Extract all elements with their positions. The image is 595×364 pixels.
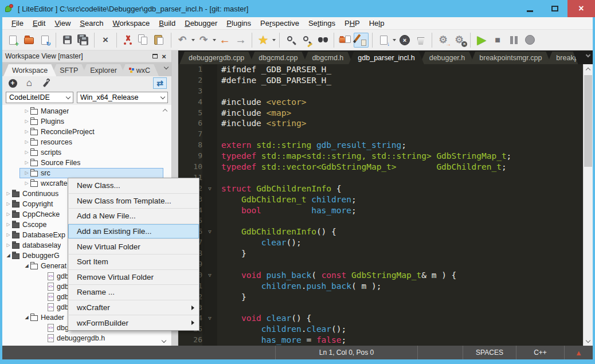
sidebar-tab-overflow-icon[interactable] [164, 65, 169, 69]
redo-dropdown-icon[interactable] [212, 33, 217, 48]
sidebar-tab-sftp[interactable]: SFTP [51, 64, 87, 76]
menu-workspace[interactable]: Workspace [108, 18, 155, 29]
context-menu-item-remove-virtual-folder[interactable]: Remove Virtual Folder [68, 270, 199, 285]
code-line[interactable]: 22 } [178, 292, 583, 303]
scroll-up-button[interactable] [584, 64, 593, 73]
download-icon[interactable]: ↓ [376, 33, 391, 48]
context-menu-item-add-an-existing-file[interactable]: Add an Existing File... [68, 224, 199, 239]
context-menu-item-wxcrafter[interactable]: wxCrafter [68, 300, 199, 315]
cut-icon[interactable] [120, 33, 135, 48]
context-menu-item-new-virtual-folder[interactable]: New Virtual Folder [68, 239, 199, 254]
code-line[interactable]: 19 [178, 259, 583, 270]
paste-icon[interactable] [152, 33, 167, 48]
editor-tab-breakpointsmgr-cpp[interactable]: breakpointsmgr.cpp [470, 52, 551, 64]
build-config-select[interactable]: Win_x64_Release [77, 92, 168, 103]
open-file-icon[interactable] [21, 33, 36, 48]
copy-icon[interactable] [136, 33, 151, 48]
tree-item-reconcileproject[interactable]: ▷ReconcileProject [2, 127, 171, 137]
menu-debugger[interactable]: Debugger [180, 18, 222, 29]
code-line[interactable]: 17 clear(); [178, 237, 583, 248]
tree-item-plugins[interactable]: ▷Plugins [2, 116, 171, 127]
code-line[interactable]: 25 children.clear(); [178, 324, 583, 335]
editor-tab-dbgcmd-h[interactable]: dbgcmd.h [303, 52, 353, 64]
save-all-icon[interactable] [76, 33, 91, 48]
code-line[interactable]: 11 [178, 173, 583, 183]
editor-tab-breakp[interactable]: breakp [547, 52, 578, 64]
context-menu-item-wxformbuilder[interactable]: wxFormBuilder [68, 315, 199, 330]
link-editor-icon[interactable]: ⇄ [153, 77, 167, 89]
tree-expand-collapsed-icon[interactable]: ▷ [23, 168, 30, 178]
menu-settings[interactable]: Settings [304, 18, 340, 29]
code-line[interactable]: 15 [178, 216, 583, 226]
code-line[interactable]: 6#include <string> [178, 118, 583, 129]
tree-item-debuggergdb-h[interactable]: <>debuggergdb.h [2, 333, 171, 343]
code-line[interactable]: 10typedef std::vector<GdbStringMap_t> Gd… [178, 162, 583, 173]
download-dropdown-icon[interactable] [392, 33, 397, 48]
redo-icon[interactable]: ↷ [196, 33, 211, 48]
editor-scrollbar[interactable] [583, 64, 593, 346]
scrollbar-thumb[interactable] [584, 75, 592, 167]
tree-expand-collapsed-icon[interactable]: ▷ [5, 199, 12, 209]
build-icon[interactable]: ⚙→ [436, 33, 451, 48]
code-line[interactable]: 23 [178, 303, 583, 314]
code-line[interactable]: 16▽ GdbChildrenInfo() { [178, 226, 583, 237]
context-menu-item-add-a-new-file[interactable]: Add a New File... [68, 209, 199, 224]
find-icon[interactable] [283, 33, 298, 48]
new-item-icon[interactable]: + [7, 77, 18, 89]
find-replace-icon[interactable] [299, 33, 314, 48]
new-file-icon[interactable]: + [5, 33, 20, 48]
open-resource-icon[interactable] [338, 33, 353, 48]
bookmark-icon[interactable]: ★ [256, 33, 271, 48]
menu-plugins[interactable]: Plugins [222, 18, 256, 29]
menu-perspective[interactable]: Perspective [256, 18, 304, 29]
editor-tab-gdb-parser-incl-h[interactable]: gdb_parser_incl.h [349, 52, 424, 64]
clean-icon[interactable] [413, 33, 428, 48]
context-menu-item-sort-item[interactable]: Sort Item [68, 255, 199, 269]
tree-expand-collapsed-icon[interactable]: ▷ [5, 189, 12, 199]
code-line[interactable]: 14 bool has_more; [178, 205, 583, 216]
editor-tab-dbgcmd-cpp[interactable]: dbgcmd.cpp [249, 52, 307, 64]
stop-build-icon[interactable]: ⚙× [452, 33, 467, 48]
context-menu-item-new-class-from-template[interactable]: New Class from Template... [68, 194, 199, 209]
save-icon[interactable] [60, 33, 75, 48]
pause-icon[interactable] [506, 33, 521, 48]
menu-build[interactable]: Build [154, 18, 180, 29]
tree-expand-collapsed-icon[interactable]: ▷ [23, 158, 30, 168]
code-line[interactable]: 7 [178, 129, 583, 140]
code-line[interactable]: 3 [178, 86, 583, 97]
menu-help[interactable]: Help [365, 18, 389, 29]
close-file-icon[interactable]: × [98, 33, 113, 48]
statusbar-warning-icon[interactable]: ▲ [565, 346, 593, 359]
run-icon[interactable]: ▶ [474, 33, 489, 48]
back-icon[interactable]: ← [217, 33, 232, 48]
code-line[interactable]: 4#include <vector> [178, 97, 583, 108]
tree-expand-expanded-icon[interactable]: ◢ [23, 312, 30, 323]
build-settings-icon[interactable] [40, 77, 52, 89]
code-line[interactable]: 24▽ void clear() { [178, 313, 583, 324]
tree-expand-collapsed-icon[interactable]: ▷ [23, 137, 30, 147]
editor-tab-debuggergdb-cpp[interactable]: debuggergdb.cpp [179, 52, 253, 64]
menu-view[interactable]: View [50, 18, 75, 29]
fold-marker-icon[interactable]: ▽ [202, 270, 217, 281]
tree-item-manager[interactable]: ▷Manager [2, 106, 171, 116]
code-line[interactable]: 18 } [178, 248, 583, 259]
context-menu-item-rename[interactable]: Rename ... [68, 285, 199, 300]
code-line[interactable]: 21 children.push_back( m ); [178, 281, 583, 292]
menu-file[interactable]: File [7, 18, 28, 29]
menu-php[interactable]: PHP [340, 18, 365, 29]
tree-expand-collapsed-icon[interactable]: ▷ [23, 178, 30, 189]
minimize-button[interactable] [517, 0, 542, 17]
scroll-down-button[interactable] [584, 336, 593, 346]
tree-expand-expanded-icon[interactable]: ◢ [23, 261, 30, 271]
reload-file-icon[interactable]: ↻ [37, 33, 52, 48]
undo-icon[interactable]: ↶ [175, 33, 190, 48]
tree-item-src[interactable]: ▷src [2, 168, 171, 178]
tree-expand-collapsed-icon[interactable]: ▷ [23, 106, 30, 116]
debug-continue-icon[interactable] [522, 33, 537, 48]
stop-process-icon[interactable]: × [397, 33, 412, 48]
fold-marker-icon[interactable]: ▽ [202, 313, 217, 324]
workspace-config-select[interactable]: CodeLiteIDE [6, 92, 73, 103]
tree-expand-collapsed-icon[interactable]: ▷ [5, 230, 12, 240]
bookmark-dropdown-icon[interactable] [271, 33, 276, 48]
code-line[interactable]: 9typedef std::map<std::string, std::stri… [178, 151, 583, 162]
